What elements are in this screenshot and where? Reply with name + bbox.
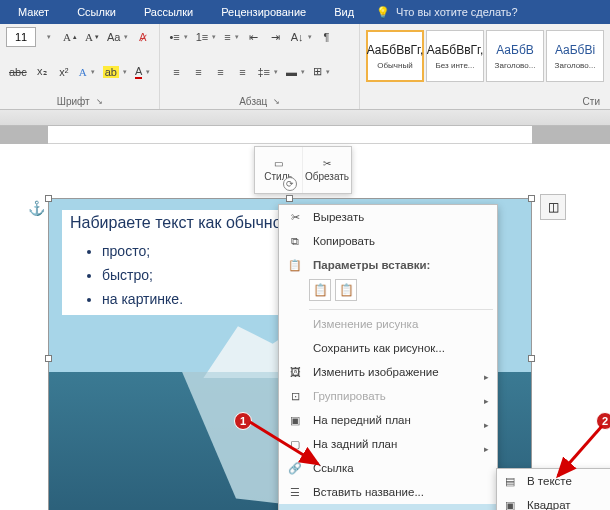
- tab-references[interactable]: Ссылки: [63, 0, 130, 24]
- front-icon: ▣: [287, 414, 303, 427]
- copy-icon: ⧉: [287, 235, 303, 248]
- bullet-item: быстро;: [102, 264, 286, 288]
- wrap-square-icon: ▣: [505, 499, 519, 511]
- paste-option-2[interactable]: 📋: [335, 279, 357, 301]
- style-no-spacing[interactable]: АаБбВвГг,Без инте...: [426, 30, 484, 82]
- rotate-handle[interactable]: ⟳: [283, 177, 297, 191]
- document-canvas[interactable]: ▭Стиль ✂Обрезать ⚓ ⟳ ◫ Набираете текст к…: [0, 144, 610, 510]
- menu-link[interactable]: 🔗Ссылка: [279, 456, 497, 480]
- paragraph-group: •≡ 1≡ ≡ ⇤ ⇥ A↓ ¶ ≡ ≡ ≡ ≡ ‡≡ ▬ ⊞ Абзац↘: [160, 24, 360, 109]
- tab-layout[interactable]: Макет: [4, 0, 63, 24]
- bulb-icon: 💡: [376, 6, 390, 19]
- doc-heading: Набираете текст как обычно.: [70, 214, 286, 232]
- text-effects-button[interactable]: A: [76, 61, 98, 83]
- callout-badge-2: 2: [596, 412, 610, 430]
- align-left-button[interactable]: ≡: [166, 61, 186, 83]
- menu-edit-picture: Изменение рисунка: [279, 312, 497, 336]
- menu-send-back[interactable]: ▢На задний план: [279, 432, 497, 456]
- menu-save-as-picture[interactable]: Сохранить как рисунок...: [279, 336, 497, 360]
- shading-button[interactable]: ▬: [283, 61, 308, 83]
- justify-button[interactable]: ≡: [232, 61, 252, 83]
- menu-insert-caption[interactable]: ☰Вставить название...: [279, 480, 497, 504]
- cut-icon: ✂: [287, 211, 303, 224]
- caption-icon: ☰: [287, 486, 303, 499]
- resize-handle[interactable]: [286, 195, 293, 202]
- subscript-button[interactable]: x₂: [32, 61, 52, 83]
- paste-options: 📋 📋: [279, 277, 497, 307]
- bullet-item: на картинке.: [102, 288, 286, 312]
- link-icon: 🔗: [287, 462, 303, 475]
- wrap-text-submenu: ▤В тексте ▣Квадрат ▥По контуру ▦Сквозное…: [496, 468, 610, 510]
- paragraph-launcher[interactable]: ↘: [273, 97, 280, 106]
- context-menu: ✂Вырезать ⧉Копировать 📋Параметры вставки…: [278, 204, 498, 510]
- crop-icon: ✂: [323, 158, 331, 169]
- frame-icon: ▭: [274, 158, 283, 169]
- document-text: Набираете текст как обычно. просто; быст…: [62, 210, 294, 315]
- paste-option-1[interactable]: 📋: [309, 279, 331, 301]
- increase-indent-button[interactable]: ⇥: [266, 26, 286, 48]
- align-center-button[interactable]: ≡: [188, 61, 208, 83]
- styles-group-label: Сти: [583, 96, 600, 107]
- bullet-item: просто;: [102, 240, 286, 264]
- style-heading2[interactable]: АаБбВіЗаголово...: [546, 30, 604, 82]
- menu-bring-front[interactable]: ▣На передний план: [279, 408, 497, 432]
- resize-handle[interactable]: [45, 195, 52, 202]
- tab-mailings[interactable]: Рассылки: [130, 0, 207, 24]
- font-size-drop[interactable]: [38, 26, 58, 48]
- wrap-square[interactable]: ▣Квадрат: [497, 493, 610, 510]
- group-icon: ⊡: [287, 390, 303, 403]
- tab-view[interactable]: Вид: [320, 0, 368, 24]
- numbering-button[interactable]: 1≡: [193, 26, 220, 48]
- menu-paste-header: 📋Параметры вставки:: [279, 253, 497, 277]
- mini-toolbar: ▭Стиль ✂Обрезать: [254, 146, 352, 194]
- font-color-button[interactable]: A: [132, 61, 153, 83]
- bullets-button[interactable]: •≡: [166, 26, 190, 48]
- shrink-font-button[interactable]: A▾: [82, 26, 102, 48]
- tell-me-search[interactable]: 💡 Что вы хотите сделать?: [376, 6, 518, 19]
- resize-handle[interactable]: [45, 355, 52, 362]
- menu-cut[interactable]: ✂Вырезать: [279, 205, 497, 229]
- layout-options-button[interactable]: ◫: [540, 194, 566, 220]
- crop-button[interactable]: ✂Обрезать: [303, 147, 351, 193]
- image-icon: 🖼: [287, 366, 303, 378]
- styles-group: АаБбВвГг,Обычный АаБбВвГг,Без инте... Аа…: [360, 24, 610, 109]
- style-heading1[interactable]: АаБбВЗаголово...: [486, 30, 544, 82]
- font-size-input[interactable]: [6, 27, 36, 47]
- tab-review[interactable]: Рецензирование: [207, 0, 320, 24]
- sort-button[interactable]: A↓: [288, 26, 315, 48]
- back-icon: ▢: [287, 438, 303, 451]
- resize-handle[interactable]: [528, 355, 535, 362]
- highlight-button[interactable]: ab: [100, 61, 130, 83]
- ribbon: A▴ A▾ Aa A̷ abc x₂ x² A ab A Шрифт↘ •≡ 1…: [0, 24, 610, 110]
- paragraph-group-label: Абзац: [239, 96, 267, 107]
- line-spacing-button[interactable]: ‡≡: [254, 61, 281, 83]
- font-group-label: Шрифт: [57, 96, 90, 107]
- menu-wrap-text[interactable]: ▤Обтекание текстом: [279, 504, 497, 510]
- ribbon-tabs: Макет Ссылки Рассылки Рецензирование Вид…: [0, 0, 610, 24]
- align-right-button[interactable]: ≡: [210, 61, 230, 83]
- styles-gallery[interactable]: АаБбВвГг,Обычный АаБбВвГг,Без инте... Аа…: [366, 26, 604, 82]
- callout-badge-1: 1: [234, 412, 252, 430]
- show-marks-button[interactable]: ¶: [317, 26, 337, 48]
- menu-change-image[interactable]: 🖼Изменить изображение: [279, 360, 497, 384]
- borders-button[interactable]: ⊞: [310, 61, 333, 83]
- clear-formatting-button[interactable]: A̷: [133, 26, 153, 48]
- menu-copy[interactable]: ⧉Копировать: [279, 229, 497, 253]
- strikethrough-button[interactable]: abc: [6, 61, 30, 83]
- resize-handle[interactable]: [528, 195, 535, 202]
- anchor-icon: ⚓: [28, 200, 45, 216]
- menu-group: ⊡Группировать: [279, 384, 497, 408]
- font-group: A▴ A▾ Aa A̷ abc x₂ x² A ab A Шрифт↘: [0, 24, 160, 109]
- wrap-inline-icon: ▤: [505, 475, 519, 488]
- multilevel-button[interactable]: ≡: [221, 26, 241, 48]
- decrease-indent-button[interactable]: ⇤: [244, 26, 264, 48]
- superscript-button[interactable]: x²: [54, 61, 74, 83]
- ruler[interactable]: [0, 126, 610, 144]
- wrap-inline[interactable]: ▤В тексте: [497, 469, 610, 493]
- grow-font-button[interactable]: A▴: [60, 26, 80, 48]
- change-case-button[interactable]: Aa: [104, 26, 131, 48]
- paste-icon: 📋: [287, 259, 303, 272]
- font-launcher[interactable]: ↘: [96, 97, 103, 106]
- style-normal[interactable]: АаБбВвГг,Обычный: [366, 30, 424, 82]
- horizontal-scrollbar[interactable]: [0, 110, 610, 126]
